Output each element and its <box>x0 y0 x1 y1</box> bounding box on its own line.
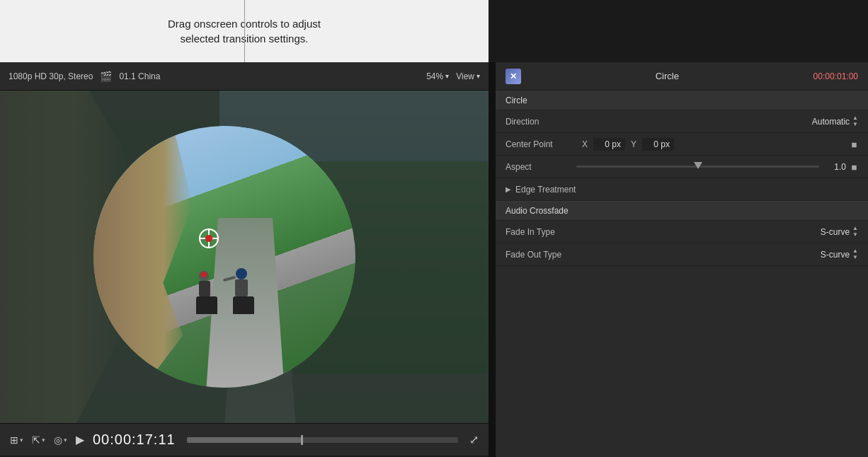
scrubber-fill <box>187 437 301 443</box>
fullscreen-button[interactable]: ⤢ <box>469 433 479 446</box>
inspector-header: ✕ Circle 00:00:01:00 <box>496 62 868 91</box>
view-label: View <box>456 71 474 81</box>
circle-section-label: Circle <box>506 96 527 105</box>
fade-in-stepper[interactable]: ▲ ▼ <box>852 226 858 238</box>
aspect-row: Aspect 1.0 ◆ <box>496 156 868 178</box>
timecode-display: 00:00:17:11 <box>93 432 176 448</box>
edge-treatment-row: ▶ Edge Treatment <box>496 178 868 201</box>
fade-out-label: Fade Out Type <box>506 250 605 260</box>
aspect-slider-area[interactable]: 1.0 ◆ <box>576 162 858 172</box>
motorcyclists-group <box>193 265 257 314</box>
transform-icon: ⇱ <box>32 434 40 446</box>
inspector-timecode: 00:00:01:00 <box>813 71 858 81</box>
scrubber-thumb <box>301 435 303 445</box>
x-value[interactable]: 0 px <box>593 138 625 151</box>
direction-value-area[interactable]: Automatic ▲ ▼ <box>605 115 858 128</box>
audio-section-header: Audio Crossfade <box>496 201 868 221</box>
zoom-label: 54% <box>426 71 443 81</box>
aspect-label: Aspect <box>506 162 576 172</box>
fade-in-label: Fade In Type <box>506 227 605 237</box>
tooltip-area: Drag onscreen controls to adjust selecte… <box>0 0 489 62</box>
circle-section-header: Circle <box>496 91 868 110</box>
fade-out-down-arrow: ▼ <box>852 255 858 261</box>
direction-row: Direction Automatic ▲ ▼ <box>496 110 868 133</box>
speed-button[interactable]: ◎ ▾ <box>54 434 67 446</box>
play-icon: ▶ <box>76 434 84 446</box>
aspect-value: 1.0 <box>825 162 846 172</box>
zoom-control[interactable]: 54% ▾ <box>426 71 449 81</box>
video-canvas <box>0 91 489 423</box>
fade-in-control[interactable]: S-curve ▲ ▼ <box>605 226 858 238</box>
viewer-meta-label: 1080p HD 30p, Stereo <box>8 71 93 81</box>
play-button[interactable]: ▶ <box>76 433 84 446</box>
clapboard-icon: 🎬 <box>100 71 112 82</box>
layout-icon: ⊞ <box>10 434 18 446</box>
fade-in-row: Fade In Type S-curve ▲ ▼ <box>496 221 868 243</box>
panel-divider <box>489 62 496 457</box>
transform-button[interactable]: ⇱ ▾ <box>32 434 45 446</box>
zoom-arrow: ▾ <box>445 72 449 80</box>
fade-out-stepper[interactable]: ▲ ▼ <box>852 248 858 261</box>
center-point-keyframe-diamond[interactable]: ◆ <box>849 138 860 149</box>
center-point-label: Center Point <box>506 139 576 149</box>
edge-treatment-disclosure[interactable]: ▶ <box>506 185 511 193</box>
circle-wipe <box>93 126 355 388</box>
fullscreen-icon: ⤢ <box>469 434 479 446</box>
fade-in-value: S-curve <box>821 227 850 237</box>
scrubber-area[interactable] <box>187 437 458 443</box>
inspector-body: Circle Direction Automatic ▲ ▼ Center Po… <box>496 91 868 457</box>
inspector-panel: ✕ Circle 00:00:01:00 Circle Direction Au… <box>496 62 868 457</box>
center-point-row: Center Point X 0 px Y 0 px ◆ <box>496 133 868 156</box>
viewer-toolbar-bottom: ⊞ ▾ ⇱ ▾ ◎ ▾ ▶ 00:00:17:11 ⤢ <box>0 423 489 456</box>
layout-arrow: ▾ <box>20 436 23 444</box>
transform-arrow: ▾ <box>42 436 45 444</box>
layout-button[interactable]: ⊞ ▾ <box>10 434 23 446</box>
control-point[interactable] <box>199 228 219 248</box>
audio-section-label: Audio Crossfade <box>506 206 569 216</box>
fade-out-control[interactable]: S-curve ▲ ▼ <box>605 248 858 261</box>
aspect-keyframe-diamond[interactable]: ◆ <box>849 161 860 172</box>
view-arrow: ▾ <box>476 72 480 80</box>
speed-icon: ◎ <box>54 434 62 446</box>
edge-treatment-label: Edge Treatment <box>515 185 576 195</box>
inspector-icon: ✕ <box>506 69 521 84</box>
y-value[interactable]: 0 px <box>642 138 674 151</box>
viewer-toolbar-top: 1080p HD 30p, Stereo 🎬 01.1 China 54% ▾ … <box>0 62 489 91</box>
speed-arrow: ▾ <box>64 436 67 444</box>
direction-value: Automatic <box>812 117 850 127</box>
fade-in-down-arrow: ▼ <box>852 232 858 238</box>
clip-label: 01.1 China <box>119 71 160 81</box>
aspect-slider[interactable] <box>576 166 819 168</box>
view-control[interactable]: View ▾ <box>456 71 480 81</box>
y-axis-label: Y <box>631 139 636 149</box>
fade-out-row: Fade Out Type S-curve ▲ ▼ <box>496 243 868 266</box>
direction-label: Direction <box>506 117 605 127</box>
x-axis-label: X <box>582 139 588 149</box>
tooltip-line-indicator <box>244 0 245 62</box>
inspector-title: Circle <box>527 71 808 81</box>
aspect-slider-thumb <box>694 162 702 169</box>
fade-out-value: S-curve <box>821 250 850 260</box>
direction-down-arrow: ▼ <box>852 122 858 128</box>
direction-stepper[interactable]: ▲ ▼ <box>852 115 858 128</box>
